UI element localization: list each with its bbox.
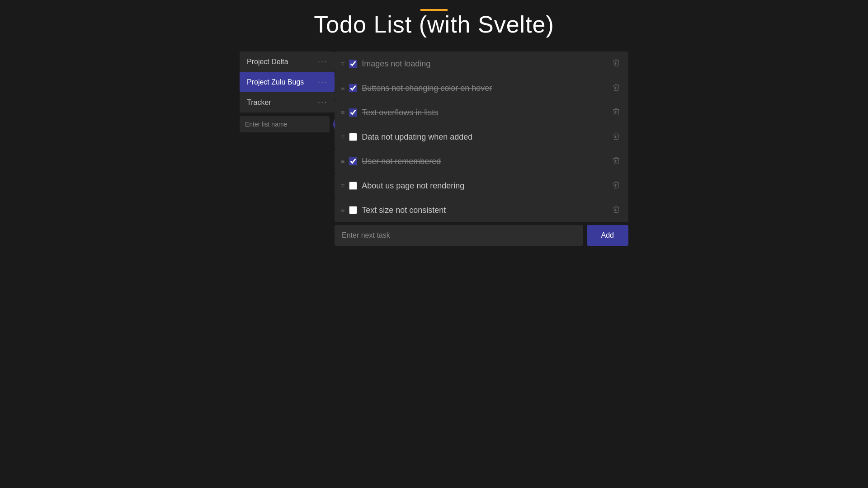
drag-handle-icon[interactable]: ≡ bbox=[341, 158, 344, 164]
sidebar-item-menu-icon[interactable]: ··· bbox=[318, 77, 327, 87]
task-row: ≡ Text overflows in lists bbox=[335, 100, 628, 125]
task-row: ≡ Images not loading bbox=[335, 52, 628, 76]
page-header: Todo List (with Svelte) bbox=[314, 14, 554, 38]
sidebar-item-label: Tracker bbox=[247, 99, 271, 107]
sidebar-item-menu-icon[interactable]: ··· bbox=[318, 57, 327, 66]
task-delete-button[interactable] bbox=[610, 81, 622, 95]
task-checkbox[interactable] bbox=[349, 206, 357, 214]
drag-handle-icon[interactable]: ≡ bbox=[341, 61, 344, 67]
task-label: User not remembered bbox=[362, 157, 606, 166]
task-label: Buttons not changing color on hover bbox=[362, 84, 606, 93]
task-delete-button[interactable] bbox=[610, 106, 622, 119]
task-label: Text size not consistent bbox=[362, 206, 606, 215]
main-content: Project Delta ··· Project Zulu Bugs ··· … bbox=[240, 52, 628, 246]
task-delete-button[interactable] bbox=[610, 130, 622, 144]
task-row: ≡ User not remembered bbox=[335, 149, 628, 174]
page-title: Todo List (with Svelte) bbox=[314, 11, 554, 38]
task-checkbox[interactable] bbox=[349, 108, 357, 117]
task-row: ≡ Data not updating when added bbox=[335, 125, 628, 149]
sidebar-item-project-zulu-bugs[interactable]: Project Zulu Bugs ··· bbox=[240, 72, 335, 92]
task-row: ≡ Text size not consistent bbox=[335, 198, 628, 222]
drag-handle-icon[interactable]: ≡ bbox=[341, 109, 344, 116]
task-row: ≡ Buttons not changing color on hover bbox=[335, 76, 628, 100]
drag-handle-icon[interactable]: ≡ bbox=[341, 85, 344, 91]
sidebar-item-project-delta[interactable]: Project Delta ··· bbox=[240, 52, 335, 72]
task-checkbox[interactable] bbox=[349, 157, 357, 165]
drag-handle-icon[interactable]: ≡ bbox=[341, 134, 344, 140]
task-checkbox[interactable] bbox=[349, 182, 357, 190]
add-task-input[interactable] bbox=[335, 225, 583, 246]
add-task-row: Add bbox=[335, 225, 628, 246]
task-row: ≡ About us page not rendering bbox=[335, 174, 628, 198]
task-delete-button[interactable] bbox=[610, 57, 622, 70]
task-delete-button[interactable] bbox=[610, 155, 622, 168]
sidebar-add-row: + bbox=[240, 115, 335, 133]
task-delete-button[interactable] bbox=[610, 179, 622, 192]
add-task-button[interactable]: Add bbox=[587, 225, 628, 246]
task-checkbox[interactable] bbox=[349, 84, 357, 92]
task-checkbox[interactable] bbox=[349, 60, 357, 68]
sidebar-item-label: Project Delta bbox=[247, 58, 288, 66]
drag-handle-icon[interactable]: ≡ bbox=[341, 207, 344, 213]
sidebar-add-input[interactable] bbox=[240, 116, 330, 132]
task-checkbox[interactable] bbox=[349, 133, 357, 141]
task-label: Text overflows in lists bbox=[362, 108, 606, 117]
sidebar: Project Delta ··· Project Zulu Bugs ··· … bbox=[240, 52, 335, 246]
sidebar-item-menu-icon[interactable]: ··· bbox=[318, 98, 327, 107]
drag-handle-icon[interactable]: ≡ bbox=[341, 183, 344, 189]
sidebar-item-tracker[interactable]: Tracker ··· bbox=[240, 92, 335, 113]
tasks-area: ≡ Images not loading ≡ Buttons not chang… bbox=[335, 52, 628, 246]
sidebar-item-label: Project Zulu Bugs bbox=[247, 78, 304, 86]
task-label: About us page not rendering bbox=[362, 181, 606, 191]
task-label: Images not loading bbox=[362, 59, 606, 69]
task-label: Data not updating when added bbox=[362, 132, 606, 142]
task-delete-button[interactable] bbox=[610, 203, 622, 217]
